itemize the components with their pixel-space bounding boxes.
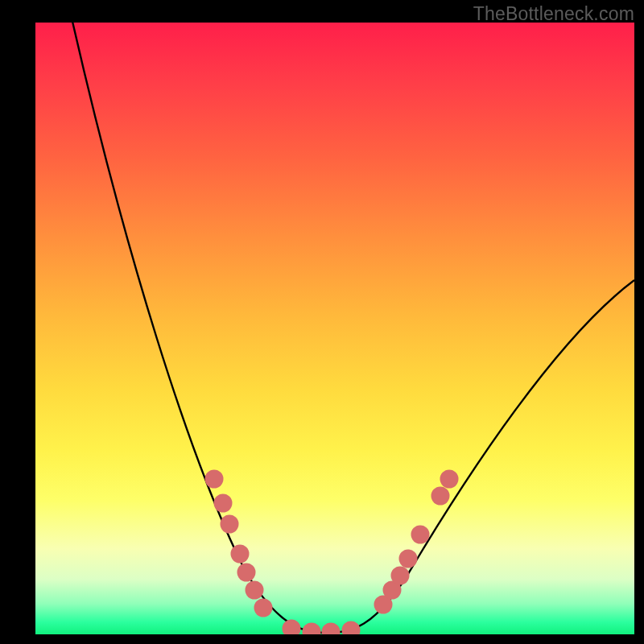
data-point-dot — [342, 621, 361, 635]
data-point-dot — [440, 470, 459, 489]
data-point-dot — [231, 545, 250, 564]
gradient-plot-area — [35, 23, 634, 634]
data-point-dot — [254, 599, 273, 617]
data-point-dot — [411, 526, 430, 544]
watermark-text: TheBottleneck.com — [473, 3, 634, 25]
data-point-dot — [214, 494, 233, 513]
data-point-dot — [205, 470, 224, 489]
data-point-dot — [246, 581, 264, 600]
data-point-dot — [399, 550, 418, 568]
data-point-dot — [221, 515, 239, 534]
data-point-dot — [322, 623, 341, 635]
data-point-dot — [391, 567, 410, 585]
bottleneck-curve — [71, 23, 634, 633]
data-point-dot — [237, 564, 256, 582]
data-point-dot — [431, 487, 450, 506]
data-point-dot — [303, 623, 321, 635]
chart-svg — [35, 23, 634, 634]
data-point-dot — [283, 620, 301, 635]
